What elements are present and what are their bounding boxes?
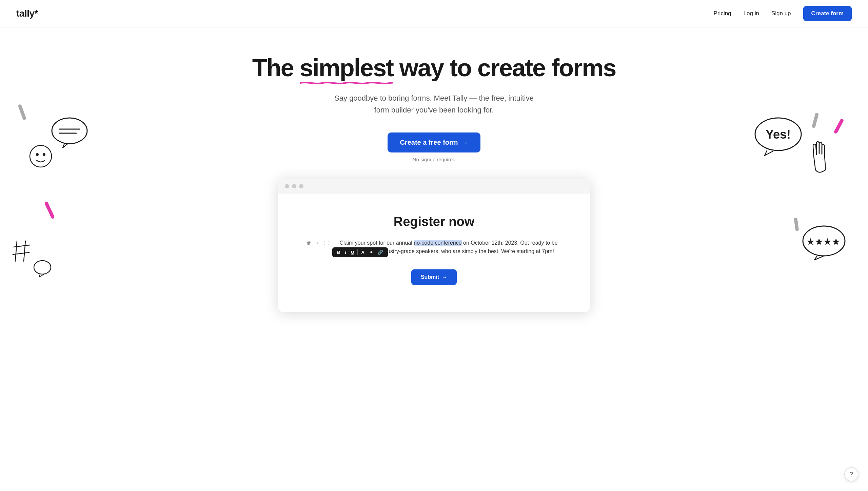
form-submit-label: Submit xyxy=(421,274,439,280)
block-add-icon[interactable]: + xyxy=(314,239,321,247)
hero-section: The simplest way to create forms Say goo… xyxy=(0,27,868,312)
toolbar-color-button[interactable]: A xyxy=(359,249,366,255)
nav-create-form-button[interactable]: Create form xyxy=(803,6,852,21)
form-text-highlight: no-code conference xyxy=(414,240,461,246)
form-submit-button[interactable]: Submit → xyxy=(411,269,457,285)
arrow-icon: → xyxy=(461,139,468,146)
toolbar-bold-button[interactable]: B xyxy=(335,249,342,255)
form-block-controls: 🗑 + ⋮⋮ xyxy=(305,239,330,247)
block-drag-icon[interactable]: ⋮⋮ xyxy=(323,239,330,247)
submit-arrow-icon: → xyxy=(442,274,447,280)
block-delete-icon[interactable]: 🗑 xyxy=(305,239,313,247)
hero-subtitle: Say goodbye to boring forms. Meet Tally … xyxy=(332,92,536,116)
form-text-content: Claim your spot for our annual no-code c… xyxy=(334,239,563,256)
toolbar-divider xyxy=(357,249,358,255)
nav-links: Pricing Log in Sign up Create form xyxy=(714,6,852,21)
toolbar-link-button[interactable]: 🔗 xyxy=(376,249,385,255)
hero-no-signup: No signup required xyxy=(413,157,456,162)
navbar: tally* Pricing Log in Sign up Create for… xyxy=(0,0,868,27)
logo[interactable]: tally* xyxy=(16,8,38,19)
toolbar-highlight-button[interactable]: ✦ xyxy=(367,249,375,255)
toolbar-underline-button[interactable]: U xyxy=(349,249,356,255)
form-preview-content: Register now 🗑 + ⋮⋮ Claim your spot for … xyxy=(278,194,590,312)
form-preview-window: Register now 🗑 + ⋮⋮ Claim your spot for … xyxy=(278,179,590,312)
hero-cta-wrap: Create a free form → No signup required xyxy=(14,132,854,162)
text-toolbar: B I U A ✦ 🔗 xyxy=(332,247,388,257)
nav-signup[interactable]: Sign up xyxy=(771,10,791,17)
hero-cta-label: Create a free form xyxy=(400,139,458,146)
window-dot-1 xyxy=(285,184,289,188)
form-text-before-highlight: Claim your spot for our annual xyxy=(339,240,414,246)
help-button[interactable]: ? xyxy=(844,467,859,482)
form-preview-section: Register now 🗑 + ⋮⋮ Claim your spot for … xyxy=(14,179,854,312)
window-dot-3 xyxy=(299,184,303,188)
form-preview-title: Register now xyxy=(305,214,563,229)
window-dot-2 xyxy=(292,184,296,188)
hero-title-part2: way to create forms xyxy=(393,54,616,81)
hero-wrapper: The simplest way to create forms Say goo… xyxy=(0,27,868,312)
form-text-block: 🗑 + ⋮⋮ Claim your spot for our annual no… xyxy=(305,239,563,256)
nav-pricing[interactable]: Pricing xyxy=(714,10,731,17)
hero-title: The simplest way to create forms xyxy=(252,55,616,81)
nav-login[interactable]: Log in xyxy=(744,10,759,17)
hero-create-form-button[interactable]: Create a free form → xyxy=(388,132,480,152)
hero-title-highlight: simplest xyxy=(300,55,393,81)
hero-title-part1: The xyxy=(252,54,300,81)
toolbar-italic-button[interactable]: I xyxy=(343,249,348,255)
window-chrome xyxy=(278,179,590,194)
